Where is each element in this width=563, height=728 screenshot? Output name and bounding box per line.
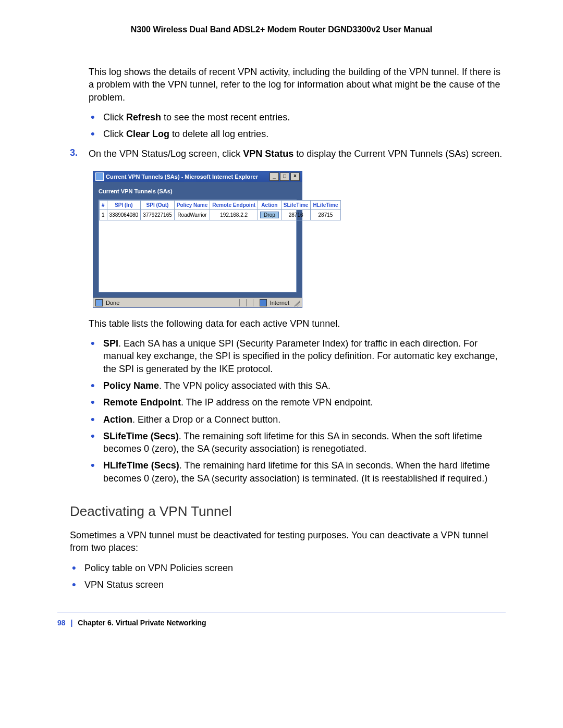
- zone-text: Internet: [270, 300, 289, 306]
- term: Policy Name: [103, 380, 159, 391]
- ie-app-icon: [95, 172, 104, 181]
- chapter-label: Chapter 6. Virtual Private Networking: [78, 619, 206, 627]
- col-hlifetime: HLifeTime: [311, 200, 340, 209]
- list-item: Policy Name. The VPN policy associated w…: [89, 379, 506, 392]
- browser-window: Current VPN Tunnels (SAs) - Microsoft In…: [93, 171, 302, 308]
- window-body: Current VPN Tunnels (SAs) # SPI (In) SPI…: [93, 182, 302, 298]
- col-action: Action: [258, 200, 282, 209]
- definition: . Each SA has a unique SPI (Security Par…: [103, 338, 497, 374]
- text: Click: [103, 112, 126, 122]
- cell-num: 1: [100, 209, 107, 220]
- main-content: This log shows the details of recent VPN…: [89, 66, 506, 591]
- log-actions-list: Click Refresh to see the most recent ent…: [89, 111, 506, 141]
- drop-button[interactable]: Drop: [260, 212, 279, 218]
- cell-remote: 192.168.2.2: [210, 209, 258, 220]
- clear-log-label: Clear Log: [126, 129, 169, 139]
- definition: . The IP address on the remote VPN endpo…: [181, 397, 373, 408]
- footer-divider: [57, 612, 506, 612]
- term: SPI: [103, 338, 118, 349]
- cell-slifetime: 28716: [281, 209, 311, 220]
- window-title: Current VPN Tunnels (SAs) - Microsoft In…: [106, 174, 270, 180]
- list-item: Click Clear Log to delete all log entrie…: [89, 128, 506, 140]
- list-item: SPI. Each SA has a unique SPI (Security …: [89, 337, 506, 375]
- cell-spi-out: 3779227165: [141, 209, 175, 220]
- term: HLifeTime (Secs): [103, 460, 179, 471]
- section-heading: Deactivating a VPN Tunnel: [70, 503, 506, 520]
- document-page: N300 Wireless Dual Band ADSL2+ Modem Rou…: [0, 0, 563, 648]
- maximize-button[interactable]: □: [280, 172, 289, 181]
- internet-zone-icon: [260, 299, 267, 306]
- step-number: 3.: [70, 147, 89, 158]
- list-item: Action. Either a Drop or a Connect butto…: [89, 413, 506, 426]
- minimize-button[interactable]: _: [270, 172, 279, 181]
- text: On the VPN Status/Log screen, click: [89, 149, 243, 159]
- cell-spi-in: 3389064080: [107, 209, 141, 220]
- definition: . The VPN policy associated with this SA…: [159, 380, 331, 391]
- col-spi-out: SPI (Out): [141, 200, 175, 209]
- page-number: 98: [57, 619, 66, 627]
- list-item: Policy table on VPN Policies screen: [70, 562, 506, 574]
- term: SLifeTime (Secs): [103, 431, 179, 441]
- close-button[interactable]: ×: [290, 172, 300, 181]
- col-num: #: [100, 200, 107, 209]
- footer-sep: |: [70, 619, 72, 627]
- status-bar: Done Internet: [93, 298, 302, 307]
- cell-action: Drop: [258, 209, 282, 220]
- definition: . Either a Drop or a Connect button.: [132, 414, 280, 425]
- list-item: VPN Status screen: [70, 578, 506, 591]
- manual-title: N300 Wireless Dual Band ADSL2+ Modem Rou…: [57, 25, 506, 34]
- places-list: Policy table on VPN Policies screen VPN …: [70, 562, 506, 591]
- cell-hlifetime: 28715: [311, 209, 340, 220]
- list-item: Remote Endpoint. The IP address on the r…: [89, 396, 506, 409]
- section-paragraph: Sometimes a VPN tunnel must be deactivat…: [70, 529, 506, 554]
- page-footer: 98 | Chapter 6. Virtual Private Networki…: [57, 619, 506, 627]
- text: to see the most recent entries.: [161, 112, 290, 122]
- list-item: HLifeTime (Secs). The remaining hard lif…: [89, 459, 506, 485]
- step-text: On the VPN Status/Log screen, click VPN …: [89, 147, 506, 160]
- list-item: Click Refresh to see the most recent ent…: [89, 111, 506, 124]
- table-container: # SPI (In) SPI (Out) Policy Name Remote …: [99, 200, 297, 292]
- term: Remote Endpoint: [103, 397, 181, 408]
- panel-heading: Current VPN Tunnels (SAs): [99, 188, 297, 194]
- text: to delete all log entries.: [169, 129, 268, 139]
- col-slifetime: SLifeTime: [281, 200, 311, 209]
- text: Click: [103, 129, 126, 139]
- resize-grip-icon: [292, 299, 300, 306]
- after-table-paragraph: This table lists the following data for …: [89, 317, 506, 330]
- definitions-list: SPI. Each SA has a unique SPI (Security …: [89, 337, 506, 485]
- text: to display the Current VPN Tunnels (SAs)…: [293, 149, 502, 159]
- col-policy: Policy Name: [174, 200, 210, 209]
- cell-policy: RoadWarrior: [174, 209, 210, 220]
- step-3: 3. On the VPN Status/Log screen, click V…: [70, 147, 506, 167]
- window-controls: _ □ ×: [270, 172, 300, 181]
- table-row: 1 3389064080 3779227165 RoadWarrior 192.…: [100, 209, 341, 220]
- col-remote: Remote Endpoint: [210, 200, 258, 209]
- done-icon: [95, 299, 103, 306]
- vpn-tunnels-table: # SPI (In) SPI (Out) Policy Name Remote …: [99, 200, 341, 220]
- list-item: SLifeTime (Secs). The remaining soft lif…: [89, 430, 506, 455]
- term: Action: [103, 414, 132, 425]
- table-header-row: # SPI (In) SPI (Out) Policy Name Remote …: [100, 200, 341, 209]
- refresh-label: Refresh: [126, 112, 161, 122]
- window-titlebar: Current VPN Tunnels (SAs) - Microsoft In…: [93, 171, 302, 182]
- intro-paragraph: This log shows the details of recent VPN…: [89, 66, 506, 104]
- status-text: Done: [106, 300, 119, 306]
- col-spi-in: SPI (In): [107, 200, 141, 209]
- vpn-status-label: VPN Status: [243, 149, 293, 159]
